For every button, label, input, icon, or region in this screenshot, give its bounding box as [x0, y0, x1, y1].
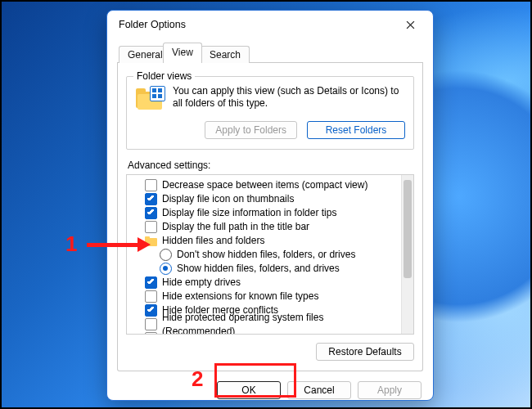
tabstrip: General View Search: [117, 42, 423, 63]
list-item[interactable]: Hide empty drives: [132, 276, 399, 290]
folder-views-icon: [135, 87, 165, 113]
list-item[interactable]: Display the full path in the title bar: [132, 220, 399, 234]
checkbox[interactable]: [145, 207, 157, 219]
list-item[interactable]: Decrease space between items (compact vi…: [132, 178, 399, 192]
close-button[interactable]: [392, 12, 428, 37]
tab-view[interactable]: View: [163, 43, 202, 63]
dialog-button-row: OK Cancel Apply: [117, 381, 423, 399]
checkbox[interactable]: [145, 290, 157, 303]
apply-button[interactable]: Apply: [358, 381, 422, 399]
checkbox[interactable]: [145, 318, 157, 330]
checkbox[interactable]: [145, 179, 157, 191]
list-item[interactable]: Display file size information in folder …: [132, 206, 399, 220]
list-item-folder[interactable]: Hidden files and folders: [132, 234, 399, 248]
advanced-settings-list[interactable]: Decrease space between items (compact vi…: [126, 174, 414, 335]
scrollbar[interactable]: [401, 175, 413, 334]
tab-panel-view: Folder views You can apply this view (su…: [117, 63, 423, 371]
folder-views-group: Folder views You can apply this view (su…: [126, 76, 414, 150]
list-item[interactable]: Show hidden files, folders, and drives: [132, 262, 399, 276]
checkbox[interactable]: [145, 332, 157, 335]
list-item[interactable]: Don't show hidden files, folders, or dri…: [132, 248, 399, 262]
radio[interactable]: [160, 249, 172, 261]
folder-options-dialog: Folder Options General View Search Folde…: [106, 10, 434, 401]
cancel-button[interactable]: Cancel: [287, 381, 351, 399]
checkbox[interactable]: [145, 221, 157, 233]
checkbox[interactable]: [145, 304, 157, 317]
close-icon: [406, 20, 415, 29]
list-item[interactable]: Display file icon on thumbnails: [132, 192, 399, 206]
folder-views-description: You can apply this view (such as Details…: [173, 85, 405, 113]
titlebar[interactable]: Folder Options: [107, 11, 433, 38]
tab-search[interactable]: Search: [201, 46, 250, 63]
checkbox[interactable]: [145, 276, 157, 289]
list-item[interactable]: Hide extensions for known file types: [132, 290, 399, 303]
window-title: Folder Options: [119, 19, 392, 30]
list-item[interactable]: Hide protected operating system files (R…: [132, 317, 399, 331]
radio[interactable]: [160, 263, 172, 275]
advanced-settings-label: Advanced settings:: [128, 160, 414, 171]
reset-folders-button[interactable]: Reset Folders: [307, 121, 405, 139]
checkbox[interactable]: [145, 193, 157, 205]
ok-button[interactable]: OK: [217, 381, 281, 399]
apply-to-folders-button[interactable]: Apply to Folders: [205, 121, 297, 139]
scrollbar-thumb[interactable]: [404, 180, 412, 278]
folder-views-title: Folder views: [133, 70, 195, 82]
list-item[interactable]: Launch folder windows in a separate proc…: [132, 331, 399, 335]
folder-icon: [145, 236, 157, 246]
restore-defaults-button[interactable]: Restore Defaults: [316, 343, 414, 361]
